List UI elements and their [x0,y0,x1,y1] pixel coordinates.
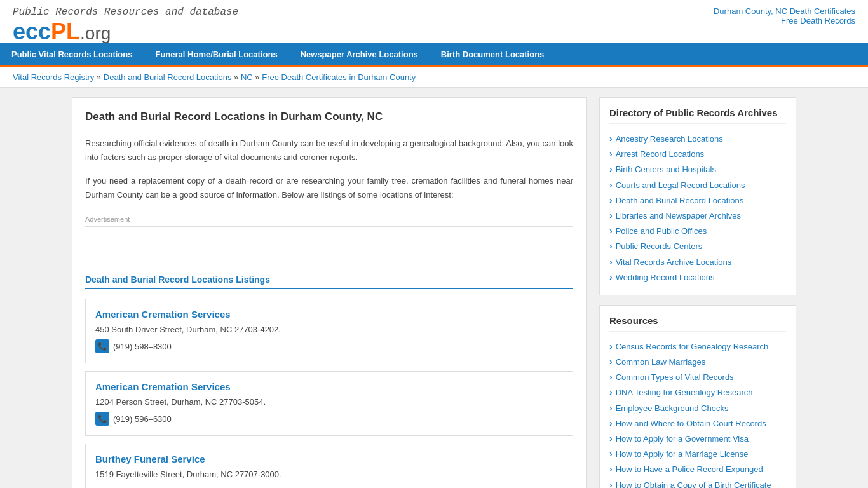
list-item: How to Apply for a Marriage License [609,447,786,462]
sidebar-resource-link[interactable]: DNA Testing for Genealogy Research [616,387,753,398]
breadcrumb: Vital Records Registry » Death and Buria… [0,67,868,88]
directory-list: Ancestry Research LocationsArrest Record… [609,132,786,285]
listing-card: Burthey Funeral Service1519 Fayetteville… [85,444,573,488]
nav-item[interactable]: Newspaper Archive Locations [289,43,430,65]
main-content: Death and Burial Record Locations in Dur… [72,97,587,488]
listing-phone: 📞(919) 596–6300 [95,412,563,426]
advertisement-label: Advertisement [85,212,573,227]
sidebar-resource-link[interactable]: Common Law Marriages [616,356,706,368]
sidebar-resource-link[interactable]: How to Have a Police Record Expunged [616,464,763,475]
list-item: Death and Burial Record Locations [609,193,786,208]
breadcrumb-separator: » [253,72,262,82]
intro-para-1: Researching official evidences of death … [85,137,573,165]
breadcrumb-item[interactable]: NC [241,72,253,82]
sidebar-directory-link[interactable]: Arrest Record Locations [616,149,704,160]
breadcrumb-item[interactable]: Vital Records Registry [13,72,94,82]
breadcrumb-item[interactable]: Death and Burial Record Locations [104,72,232,82]
sidebar-resource-link[interactable]: Employee Background Checks [616,403,729,414]
phone-icon: 📞 [95,339,109,353]
resources-title: Resources [609,315,786,332]
logo: eccPL.org [13,20,238,43]
sidebar-resource-link[interactable]: Common Types of Vital Records [616,372,734,383]
page-title: Death and Burial Record Locations in Dur… [85,111,573,130]
list-item: Courts and Legal Record Locations [609,178,786,193]
listing-name[interactable]: American Cremation Services [95,381,563,392]
phone-number: (919) 598–8300 [113,342,172,351]
list-item: Birth Centers and Hospitals [609,162,786,177]
header: Public Records Resources and database ec… [0,0,868,43]
sidebar-directory-link[interactable]: Death and Burial Record Locations [616,195,744,207]
directory-title: Directory of Public Records Archives [609,107,786,124]
list-item: How to Obtain a Copy of a Birth Certific… [609,478,786,488]
phone-number: (919) 596–6300 [113,414,172,424]
list-item: Police and Public Offices [609,224,786,239]
list-item: Employee Background Checks [609,401,786,416]
sidebar-resource-link[interactable]: How and Where to Obtain Court Records [616,418,766,430]
list-item: Census Records for Genealogy Research [609,339,786,355]
listing-name[interactable]: Burthey Funeral Service [95,454,563,464]
breadcrumb-separator: » [94,72,103,82]
sidebar: Directory of Public Records Archives Anc… [599,97,796,488]
header-link[interactable]: Durham County, NC Death Certificates [714,6,855,16]
nav-item[interactable]: Funeral Home/Burial Locations [144,43,288,65]
logo-area: Public Records Resources and database ec… [13,6,238,43]
page-container: Death and Burial Record Locations in Dur… [59,88,809,488]
breadcrumb-item[interactable]: Free Death Certificates in Durham County [262,72,416,82]
list-item: Arrest Record Locations [609,147,786,162]
sidebar-directory-link[interactable]: Public Records Centers [616,241,703,252]
list-item: Common Types of Vital Records [609,370,786,385]
listing-card: American Cremation Services1204 Person S… [85,371,573,436]
main-nav: Public Vital Records LocationsFuneral Ho… [0,43,868,67]
list-item: DNA Testing for Genealogy Research [609,385,786,400]
nav-item[interactable]: Public Vital Records Locations [0,43,144,65]
listing-phone: 📞(919) 598–8300 [95,339,563,353]
sidebar-directory-link[interactable]: Vital Records Archive Locations [616,257,732,268]
listing-card: American Cremation Services450 South Dri… [85,299,573,363]
nav-item[interactable]: Birth Document Locations [430,43,556,65]
list-item: Public Records Centers [609,239,786,254]
sidebar-directory-link[interactable]: Libraries and Newspaper Archives [616,210,741,222]
breadcrumb-separator: » [231,72,240,82]
logo-ecc: ecc [13,18,51,44]
sidebar-resource-link[interactable]: How to Apply for a Marriage License [616,449,749,460]
list-item: Vital Records Archive Locations [609,255,786,270]
logo-tagline: Public Records Resources and database [13,6,238,18]
list-item: Libraries and Newspaper Archives [609,208,786,224]
sidebar-resource-link[interactable]: How to Obtain a Copy of a Birth Certific… [616,480,771,488]
phone-icon: 📞 [95,412,109,426]
list-item: How to Have a Police Record Expunged [609,462,786,477]
resources-list: Census Records for Genealogy ResearchCom… [609,339,786,488]
sidebar-resource-link[interactable]: How to Apply for a Government Visa [616,433,749,445]
sidebar-resource-link[interactable]: Census Records for Genealogy Research [616,341,769,353]
sidebar-directory-link[interactable]: Birth Centers and Hospitals [616,164,716,175]
logo-pl: PL [51,18,80,44]
list-item: Common Law Marriages [609,355,786,370]
list-item: Wedding Record Locations [609,270,786,285]
listing-name[interactable]: American Cremation Services [95,309,563,320]
intro-para-2: If you need a replacement copy of a deat… [85,174,573,202]
logo-org: .org [80,24,111,43]
sidebar-directory-link[interactable]: Ancestry Research Locations [616,133,723,145]
resources-box: Resources Census Records for Genealogy R… [599,305,796,488]
list-item: How and Where to Obtain Court Records [609,416,786,431]
sidebar-directory-link[interactable]: Wedding Record Locations [616,272,715,283]
listing-address: 1204 Person Street, Durham, NC 27703-505… [95,397,563,407]
listings-container: American Cremation Services450 South Dri… [85,299,573,488]
list-item: How to Apply for a Government Visa [609,431,786,447]
list-item: Ancestry Research Locations [609,132,786,147]
listing-address: 1519 Fayetteville Street, Durham, NC 277… [95,470,563,479]
listings-title: Death and Burial Record Locations Listin… [85,274,573,289]
listing-address: 450 South Driver Street, Durham, NC 2770… [95,325,563,334]
header-link[interactable]: Free Death Records [714,16,855,25]
header-links: Durham County, NC Death CertificatesFree… [714,6,855,25]
ad-space [85,236,573,274]
directory-box: Directory of Public Records Archives Anc… [599,97,796,295]
sidebar-directory-link[interactable]: Courts and Legal Record Locations [616,180,745,191]
sidebar-directory-link[interactable]: Police and Public Offices [616,226,707,237]
